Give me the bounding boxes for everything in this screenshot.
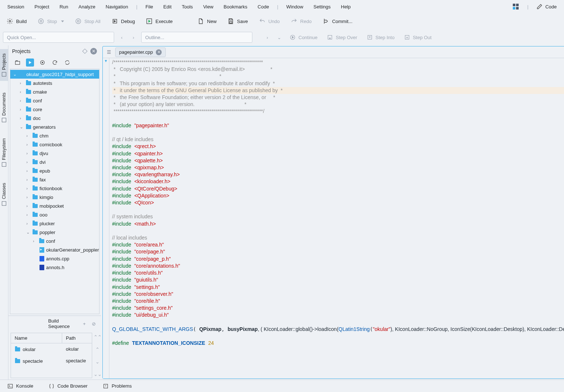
dock-projects[interactable]: Projects — [0, 49, 8, 81]
menu-code[interactable]: Code — [253, 2, 273, 12]
stop-all-button[interactable]: Stop All — [73, 16, 103, 26]
tree-item[interactable]: autotests — [10, 79, 99, 87]
tree-item[interactable]: generators — [10, 122, 99, 131]
tree-item[interactable]: fax — [10, 175, 99, 184]
execute-button[interactable]: Execute — [144, 16, 175, 26]
tree-twist-icon[interactable] — [26, 212, 31, 217]
tree-item[interactable]: fictionbook — [10, 184, 99, 193]
dock-filesystem[interactable]: Filesystem — [0, 134, 8, 171]
proj-refresh-button[interactable] — [63, 59, 71, 67]
build-col-path[interactable]: Path — [62, 333, 79, 343]
tree-twist-icon[interactable] — [13, 72, 18, 77]
proj-reload-button[interactable] — [51, 59, 59, 67]
dock-documents[interactable]: Documents — [0, 88, 8, 127]
tree-item[interactable]: doc — [10, 114, 99, 122]
undo-button[interactable]: Undo — [257, 16, 282, 26]
tree-twist-icon[interactable] — [20, 98, 24, 103]
build-button[interactable]: Build — [4, 16, 29, 26]
step-out-button[interactable]: Step Out — [401, 33, 435, 42]
tree-twist-icon[interactable] — [26, 204, 31, 208]
konsole-button[interactable]: Konsole — [5, 382, 35, 391]
tree-twist-icon[interactable] — [26, 160, 31, 164]
tree-twist-icon[interactable] — [26, 151, 31, 155]
move-down-button[interactable]: ⌄ — [94, 358, 101, 365]
tree-twist-icon[interactable] — [26, 186, 31, 191]
proj-target-button[interactable] — [38, 59, 46, 67]
build-row[interactable]: okular okular — [11, 343, 92, 355]
tree-twist-icon[interactable] — [33, 239, 37, 243]
build-disable-button[interactable]: ⊘ — [91, 320, 97, 327]
menu-session[interactable]: Session — [3, 2, 29, 12]
redo-button[interactable]: Redo — [289, 16, 314, 26]
code-gutter[interactable]: ▼ — [103, 58, 109, 378]
dock-classes[interactable]: Classes — [0, 178, 8, 210]
menu-project[interactable]: Project — [30, 2, 53, 12]
activities-icon[interactable] — [513, 4, 519, 10]
tree-item[interactable]: dvi — [10, 158, 99, 166]
fold-marker-icon[interactable]: ▼ — [103, 59, 109, 63]
tree-item[interactable]: mobipocket — [10, 201, 99, 210]
tree-twist-icon[interactable] — [26, 133, 31, 138]
tree-item[interactable]: conf — [10, 96, 99, 105]
tree-item[interactable]: djvu — [10, 149, 99, 158]
tree-twist-icon[interactable] — [20, 107, 24, 112]
editor-tab[interactable]: pagepainter.cpp ✕ — [115, 48, 166, 57]
debug-button[interactable]: Debug — [109, 16, 137, 26]
menu-bookmarks[interactable]: Bookmarks — [219, 2, 252, 12]
menu-help[interactable]: Help — [336, 2, 355, 12]
tree-item[interactable]: core — [10, 105, 99, 114]
build-add-button[interactable]: + — [81, 320, 88, 327]
tree-item[interactable]: okularGenerator_poppler — [10, 245, 99, 254]
step-into-button[interactable]: Step Into — [364, 33, 398, 42]
save-button[interactable]: Save — [225, 16, 250, 26]
menu-analyze[interactable]: Analyze — [74, 2, 100, 12]
build-col-name[interactable]: Name — [11, 333, 62, 343]
quick-open-input[interactable]: Quick Open... — [3, 32, 114, 43]
tree-item[interactable]: conf — [10, 237, 99, 245]
tree-item[interactable]: poppler — [10, 228, 99, 237]
code-browser-button[interactable]: Code Browser — [46, 382, 90, 391]
proj-home-button[interactable] — [14, 59, 22, 67]
menu-view[interactable]: View — [199, 2, 218, 12]
tree-item[interactable]: plucker — [10, 219, 99, 228]
proj-run-button[interactable] — [26, 59, 34, 67]
project-tree[interactable]: okular_gsoc2017_hidpi_supportautotestscm… — [10, 69, 99, 314]
dropdown-next-button[interactable]: ⌄ — [275, 33, 283, 41]
tree-item[interactable]: chm — [10, 131, 99, 140]
menu-file[interactable]: File — [141, 2, 158, 12]
dropdown-prev-button[interactable]: › — [263, 33, 271, 41]
outline-input[interactable]: Outline... — [141, 32, 252, 43]
tree-twist-icon[interactable] — [20, 116, 24, 120]
tree-twist-icon[interactable] — [20, 81, 24, 85]
menu-edit[interactable]: Edit — [159, 2, 176, 12]
tree-item[interactable]: okular_gsoc2017_hidpi_support — [10, 70, 99, 79]
move-up-button[interactable]: ⌃ — [94, 346, 101, 353]
build-row[interactable]: spectacle spectacle — [11, 355, 92, 367]
tree-twist-icon[interactable] — [20, 90, 24, 94]
tree-item[interactable]: cmake — [10, 87, 99, 96]
tree-twist-icon[interactable] — [20, 125, 24, 129]
menu-navigation[interactable]: Navigation — [101, 2, 132, 12]
stop-button[interactable]: Stop — [35, 16, 66, 26]
tree-twist-icon[interactable] — [26, 230, 31, 235]
nav-forward-button[interactable]: › — [129, 33, 138, 41]
tree-item[interactable]: epub — [10, 166, 99, 175]
code-editor[interactable]: /***************************************… — [109, 58, 564, 378]
tree-twist-icon[interactable] — [26, 142, 31, 147]
area-switcher-code[interactable]: Code — [532, 1, 561, 12]
new-button[interactable]: New — [195, 16, 219, 26]
panel-close-button[interactable]: ✕ — [90, 48, 97, 55]
tree-item[interactable]: annots.h — [10, 263, 99, 272]
tab-close-button[interactable]: ✕ — [156, 49, 162, 55]
menu-window[interactable]: Window — [282, 2, 308, 12]
nav-back-button[interactable]: ‹ — [118, 33, 126, 41]
tree-item[interactable]: kimgio — [10, 193, 99, 201]
problems-button[interactable]: Problems — [101, 382, 134, 391]
tree-twist-icon[interactable] — [26, 195, 31, 199]
move-top-button[interactable]: ⌃⌃ — [94, 333, 101, 340]
tree-twist-icon[interactable] — [26, 221, 31, 226]
menu-tools[interactable]: Tools — [177, 2, 197, 12]
tree-item[interactable]: ooo — [10, 210, 99, 219]
editor-listview-button[interactable]: ☰ — [105, 48, 113, 56]
menu-settings[interactable]: Settings — [309, 2, 335, 12]
